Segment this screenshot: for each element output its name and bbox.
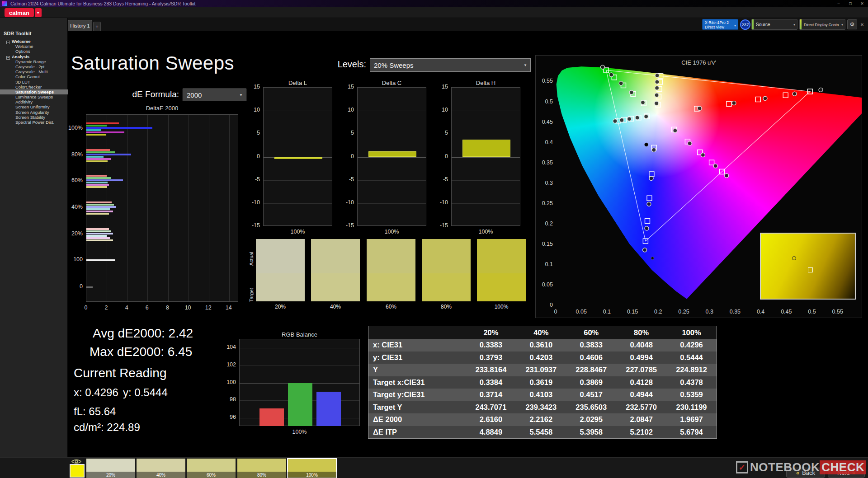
sidebar-item-screen-uniformity[interactable]: Screen Uniformity	[0, 104, 68, 109]
sidebar-item-options[interactable]: Options	[0, 49, 68, 54]
sidebar-item-welcome[interactable]: −Welcome	[0, 39, 68, 44]
bar	[86, 129, 101, 131]
sidebar-item-grayscale-2pt[interactable]: Grayscale - 2pt	[0, 64, 68, 69]
calman-logo: calman	[5, 8, 34, 17]
tree-collapse-icon[interactable]: −	[6, 41, 10, 44]
target-swatch	[311, 273, 360, 301]
close-button[interactable]: ✕	[856, 0, 868, 7]
measurement-marker	[688, 141, 692, 145]
axis-tick-label: 0	[63, 283, 83, 290]
sidebar-item-spectral-power-dist-[interactable]: Spectral Power Dist.	[0, 120, 68, 125]
axis-tick-label: 80%	[63, 151, 83, 158]
axis-tick-label: -15	[432, 222, 448, 229]
swatch-label: 20%	[256, 304, 305, 310]
current-pattern-preview[interactable]	[70, 464, 85, 478]
table-value: 0.3833	[566, 339, 616, 351]
delta-l-chart: Delta L151050-5-10-15100%	[244, 80, 344, 236]
sidebar-item-additivity[interactable]: Additivity	[0, 99, 68, 104]
sidebar-item-label: Welcome	[15, 44, 33, 49]
window-controls: – □ ✕	[833, 0, 868, 7]
tab-history-1[interactable]: History 1	[68, 20, 92, 31]
target-marker	[647, 196, 652, 201]
panel-close-icon[interactable]: ✕	[858, 19, 866, 29]
next-arrow-icon: »	[852, 469, 855, 476]
measurement-marker	[601, 65, 605, 69]
calman-logo-button[interactable]: calman ▼	[5, 8, 42, 17]
add-tab-button[interactable]: +	[93, 22, 101, 31]
pattern-patch-100%[interactable]: 100%	[288, 459, 336, 478]
source-select-button[interactable]: Source ▼	[751, 19, 797, 30]
reading-cdm2-value: cd/m²: 224.89	[74, 421, 140, 434]
meter-select-button[interactable]: X-Rite i1Pro 2 Direct View ▼	[702, 19, 738, 30]
tree-collapse-icon[interactable]: −	[6, 56, 10, 60]
bar	[86, 149, 110, 151]
axis-tick-label: 12	[202, 305, 215, 311]
table-value: 4.8849	[466, 426, 516, 439]
de-formula-select[interactable]: 2000 ▼	[183, 89, 246, 101]
sidebar-item-label: Screen Uniformity	[15, 104, 50, 109]
measurement-marker	[613, 119, 617, 123]
table-row: Target x:CIE310.33840.36190.38690.41280.…	[368, 376, 717, 389]
avg-de2000-stat: Avg dE2000: 2.42	[93, 326, 193, 341]
sidebar-item-screen-stability[interactable]: Screen Stability	[0, 115, 68, 120]
gear-icon[interactable]: ⚙	[847, 19, 857, 29]
next-button[interactable]: Next »	[828, 468, 865, 478]
chart-title: Delta L	[263, 80, 332, 86]
swatch-label: 60%	[367, 304, 415, 310]
sidebar-item-color-gamut[interactable]: Color Gamut	[0, 74, 68, 79]
maximize-button[interactable]: □	[844, 0, 856, 7]
measurement-marker	[647, 202, 651, 206]
actual-swatch	[311, 239, 360, 273]
measurement-marker	[763, 96, 767, 100]
axis-tick-label: -5	[432, 176, 448, 183]
sidebar-item-screen-angularity[interactable]: Screen Angularity	[0, 110, 68, 115]
bar	[86, 235, 107, 237]
minimize-button[interactable]: –	[833, 0, 844, 7]
sidebar-item-welcome[interactable]: Welcome	[0, 44, 68, 49]
row-label: y: CIE31	[368, 351, 466, 364]
levels-select[interactable]: 20% Sweeps ▼	[370, 58, 531, 72]
sidebar-item-saturation-sweeps[interactable]: Saturation Sweeps	[0, 89, 68, 94]
chevron-down-icon: ▼	[35, 8, 42, 17]
table-value: 0.4048	[616, 339, 666, 351]
sidebar-item-label: Grayscale - 2pt	[15, 64, 44, 69]
deltaL-plot-area	[263, 87, 332, 226]
zoom-inset	[760, 233, 856, 300]
sidebar-item-grayscale-multi[interactable]: Grayscale - Multi	[0, 69, 68, 74]
bar	[86, 160, 108, 162]
target-swatch	[256, 273, 305, 301]
meter-mode: Direct View	[705, 25, 732, 29]
display-control-button[interactable]: Direct Display Control ▼	[799, 19, 845, 30]
axis-tick-label: 10	[181, 305, 195, 311]
bar	[368, 151, 416, 157]
axis-tick-label: 10	[432, 107, 448, 113]
source-label: Source	[756, 22, 770, 27]
calman-window: Calman 2024 Calman Ultimate for Business…	[0, 0, 868, 478]
table-value: 232.5770	[616, 401, 666, 414]
sidebar-item-dynamic-range[interactable]: Dynamic Range	[0, 59, 68, 64]
axis-tick-label: 14	[222, 305, 236, 311]
sidebar-item-label: Dynamic Range	[15, 59, 46, 64]
sidebar-item-analysis[interactable]: −Analysis	[0, 54, 68, 59]
axis-tick-label: -5	[338, 176, 354, 183]
table-value: 0.3383	[466, 339, 516, 351]
delta-c-chart: Delta C151050-5-10-15100%	[338, 80, 439, 236]
sidebar-title: SDR Toolkit	[4, 31, 32, 36]
measurement-marker	[713, 164, 717, 168]
pattern-patch-20%[interactable]: 20%	[86, 459, 135, 478]
reading-count-badge[interactable]: 237	[740, 19, 750, 30]
pattern-patch-40%[interactable]: 40%	[137, 459, 185, 478]
sidebar-item-colorchecker[interactable]: ColorChecker	[0, 84, 68, 89]
pattern-patch-60%[interactable]: 60%	[187, 459, 236, 478]
axis-label: 100%	[357, 229, 426, 235]
pattern-patch-80%[interactable]: 80%	[237, 459, 286, 478]
axis-tick-label: 100	[63, 256, 83, 262]
table-value: 239.3423	[516, 401, 566, 414]
sidebar-item-luminance-sweeps[interactable]: Luminance Sweeps	[0, 94, 68, 99]
actual-swatch	[422, 239, 471, 273]
sidebar-item-3d-lut[interactable]: 3D LUT	[0, 80, 68, 84]
back-button[interactable]: « Back	[786, 468, 825, 478]
bar	[86, 177, 111, 179]
bar	[86, 122, 119, 124]
table-value: 1.9697	[666, 413, 717, 426]
